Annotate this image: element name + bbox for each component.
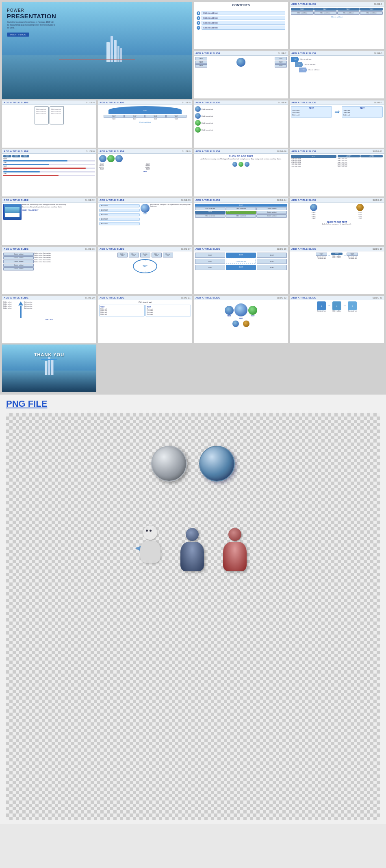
slide-9-title: ADD A TITLE SLIDE <box>291 101 316 104</box>
slide-17[interactable]: ADD A TITLE SLIDEslide·15 • TEXT• TEXT• … <box>289 198 384 246</box>
png-section: PNG FILE <box>0 394 386 824</box>
slide-11-title: ADD A TITLE SLIDE <box>100 150 124 153</box>
slides-grid: POWER PRESENTATION Started its business … <box>2 2 384 392</box>
slide-5-title: ADD A TITLE SLIDE <box>291 52 316 55</box>
slide-13[interactable]: ADD A TITLE SLIDEslide·11 TEXT TEXT TEXT… <box>289 149 384 197</box>
slide-5[interactable]: ADD A TITLE SLIDEslide·3 TEXT Click to a… <box>289 51 384 99</box>
icon-circles-row <box>151 446 235 482</box>
slide-8-title: ADD A TITLE SLIDE <box>195 101 220 104</box>
slide-8[interactable]: ADD A TITLE SLIDEslide·6 Click to add te… <box>193 100 288 148</box>
slide-16-title: ADD A TITLE SLIDE <box>195 199 220 201</box>
slide-16[interactable]: ADD A TITLE SLIDEslide·14 TEXT Click to … <box>193 198 288 246</box>
slide-18[interactable]: ADD A TITLE SLIDEslide·16 Click to set t… <box>2 246 97 294</box>
slide-14-title: ADD A TITLE SLIDE <box>4 199 28 201</box>
slides-section: POWER PRESENTATION Started its business … <box>0 0 386 394</box>
slide-4-title: ADD A TITLE SLIDE <box>195 52 220 55</box>
circle-icon-blue <box>199 446 235 482</box>
slide-19[interactable]: ADD A TITLE SLIDEslide·17 Click to add C… <box>98 246 193 294</box>
thank-you-text: THANK YOU <box>34 352 64 357</box>
slide-9[interactable]: ADD A TITLE SLIDEslide·7 TEXT Click to a… <box>289 100 384 148</box>
slide-22[interactable]: ADD A TITLE SLIDEslide·20 Click to set t… <box>2 295 97 343</box>
slide-19-title: ADD A TITLE SLIDE <box>100 248 124 250</box>
slide-15-title: ADD A TITLE SLIDE <box>100 199 124 201</box>
slide-cover[interactable]: POWER PRESENTATION Started its business … <box>2 2 193 99</box>
png-content <box>6 413 380 820</box>
main-container: POWER PRESENTATION Started its business … <box>0 0 386 824</box>
slide-13-title: ADD A TITLE SLIDE <box>291 150 316 153</box>
slide-25-title: ADD A TITLE SLIDE <box>291 297 316 299</box>
slide-3-title: ADD A TITLE SLIDE <box>291 3 316 5</box>
slide-24-title: ADD A TITLE SLIDE <box>195 297 220 299</box>
slide-10[interactable]: ADD A TITLE SLIDEslide·8 TEXT TEXT TEXT … <box>2 149 97 197</box>
slide-4[interactable]: ADD A TITLE SLIDEslide·2 TEXT TEXT TEXT … <box>193 51 288 99</box>
slide-7-title: ADD A TITLE SLIDE <box>100 101 124 104</box>
slide-20[interactable]: ADD A TITLE SLIDEslide·18 TEXT TEXT TEXT… <box>193 246 288 294</box>
slide-22-title: ADD A TITLE SLIDE <box>4 297 28 299</box>
slide-12[interactable]: ADD A TITLE SLIDEslide·10 CLICK TO ADD T… <box>193 149 288 197</box>
female-figure <box>217 528 252 571</box>
slide-7[interactable]: ADD A TITLE SLIDEslide·5 TEXT TEXT TEXT … <box>98 100 193 148</box>
figure-icons-row <box>134 522 252 571</box>
slide-10-title: ADD A TITLE SLIDE <box>4 150 28 153</box>
slide-21[interactable]: ADD A TITLE SLIDEslide·19 TEXT Click to … <box>289 246 384 294</box>
slide-6-title: ADD A TITLE SLIDE <box>4 101 28 104</box>
slide-23-title: ADD A TITLE SLIDE <box>100 297 124 299</box>
slide-18-title: ADD A TITLE SLIDE <box>4 248 28 250</box>
slide-3[interactable]: ADD A TITLE SLIDEslide·1 TEXT TEXT TEXT … <box>289 2 384 50</box>
slide-23[interactable]: ADD A TITLE SLIDEslide·21 Click to add t… <box>98 295 193 343</box>
slide-12-title: ADD A TITLE SLIDE <box>195 150 220 153</box>
slide-11[interactable]: ADD A TITLE SLIDEslide·9 • TEXT• TEXT• T… <box>98 149 193 197</box>
mascot-figure <box>134 522 167 563</box>
slide-21-title: ADD A TITLE SLIDE <box>291 248 316 250</box>
slide-17-title: ADD A TITLE SLIDE <box>291 199 316 201</box>
slide-thank-you[interactable]: THANK YOU <box>2 344 97 392</box>
png-label: PNG FILE <box>6 399 380 409</box>
slide-20-title: ADD A TITLE SLIDE <box>195 248 220 250</box>
slide-6[interactable]: ADD A TITLE SLIDEslide·4 Click to set te… <box>2 100 97 148</box>
circle-icon-gray <box>151 446 187 482</box>
slide-contents[interactable]: CONTENTS 1Click to add text 2Click to ad… <box>193 2 288 50</box>
slide-24[interactable]: ADD A TITLE SLIDEslide·22 TEXT TEXT <box>193 295 288 343</box>
slide-25[interactable]: ADD A TITLE SLIDEslide·23 1 Click to add… <box>289 295 384 343</box>
male-figure <box>175 528 209 571</box>
slide-14[interactable]: ADD A TITLE SLIDEslide·12 AanXo has been… <box>2 198 97 246</box>
slide-15[interactable]: ADD A TITLE SLIDEslide·13 ADD TEXT ADD T… <box>98 198 193 246</box>
